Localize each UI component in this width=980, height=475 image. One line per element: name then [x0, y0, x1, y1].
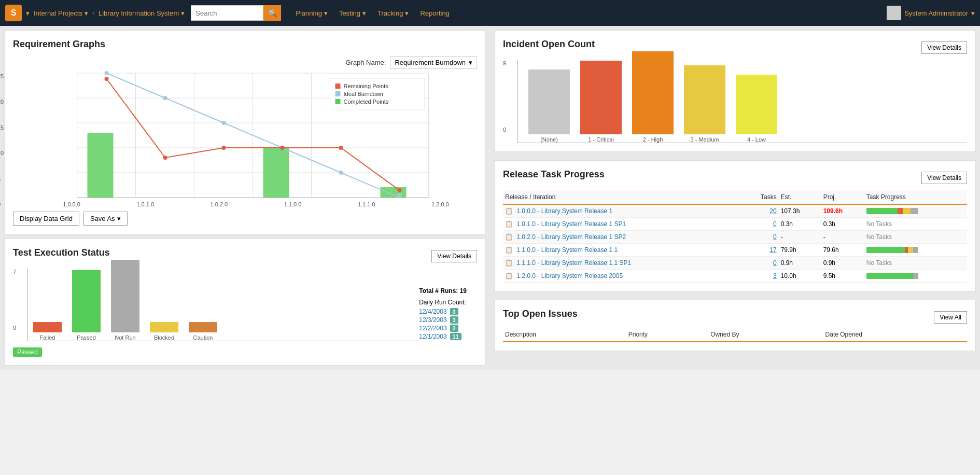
user-dropdown-arrow[interactable]: ▾ [971, 9, 975, 17]
tasks-link[interactable]: 0 [773, 233, 777, 241]
release-link[interactable]: 1.1.1.0 - Library System Release 1.1 SP1 [516, 259, 631, 267]
left-column: Requirement Graphs Graph Name: Requireme… [0, 26, 490, 370]
incident-view-details-btn[interactable]: View Details [921, 41, 967, 54]
release-name: 📋 1.1.0.0 - Library System Release 1.1 [503, 244, 742, 257]
col-release: Release / Iteration [503, 190, 742, 204]
release-icon: 📋 [505, 220, 513, 228]
svg-rect-29 [335, 83, 341, 89]
user-area: System Administrator ▾ [887, 6, 975, 20]
svg-point-26 [339, 146, 343, 150]
daily-count-12-4: 3 [450, 308, 458, 315]
test-view-details-btn[interactable]: View Details [431, 250, 477, 262]
test-execution-panel: Test Execution Status View Details 7 0 F… [4, 239, 486, 366]
y-labels: 25 20 15 10 5 0 [0, 73, 4, 207]
low-label: 4 - Low [747, 136, 766, 143]
release-icon: 📋 [505, 272, 513, 280]
tasks-count: 20 [742, 204, 779, 218]
col-description: Description [503, 328, 626, 342]
table-row: 📋 1.1.0.0 - Library System Release 1.1 1… [503, 244, 967, 257]
caution-label: Caution [193, 334, 213, 341]
search-button[interactable]: 🔍 [263, 5, 281, 21]
test-execution-title: Test Execution Status [13, 247, 110, 258]
col-tasks: Tasks [742, 190, 779, 204]
tracking-menu[interactable]: Tracking ▾ [372, 6, 414, 20]
est-value: - [779, 231, 821, 244]
graph-name-chevron: ▾ [469, 59, 472, 66]
graph-name-dropdown[interactable]: Requirement Burndown ▾ [390, 56, 477, 69]
internal-projects-btn[interactable]: Internal Projects ▾ [34, 9, 88, 17]
tasks-count: 3 [742, 270, 779, 283]
release-link[interactable]: 1.0.1.0 - Library System Release 1 SP1 [516, 220, 626, 228]
col-priority: Priority [626, 328, 708, 342]
release-link[interactable]: 1.0.0.0 - Library System Release 1 [516, 207, 612, 215]
none-label: (None) [540, 136, 558, 143]
issues-view-all-btn[interactable]: View All [934, 311, 967, 324]
tasks-count: 0 [742, 257, 779, 270]
library-info-system-btn[interactable]: Library Information System ▾ [99, 9, 185, 17]
critical-bar [580, 61, 622, 134]
svg-point-20 [339, 171, 343, 175]
release-link[interactable]: 1.0.2.0 - Library System Release 1 SP2 [516, 233, 626, 241]
search-input[interactable] [191, 5, 263, 21]
critical-label: 1 - Critical [588, 136, 614, 143]
release-link[interactable]: 1.1.0.0 - Library System Release 1.1 [516, 246, 618, 254]
library-info-system-arrow: ▾ [181, 9, 185, 17]
tasks-link[interactable]: 20 [769, 207, 776, 215]
release-task-title: Release Task Progress [503, 169, 605, 180]
planning-menu[interactable]: Planning ▾ [290, 6, 333, 20]
testing-menu[interactable]: Testing ▾ [334, 6, 371, 20]
est-value: 0.9h [779, 257, 821, 270]
release-name: 📋 1.0.1.0 - Library System Release 1 SP1 [503, 218, 742, 231]
total-runs: Total # Runs: 19 [419, 287, 467, 295]
daily-count-12-1: 11 [450, 333, 461, 340]
issues-header: Top Open Issues View All [503, 309, 967, 326]
release-view-details-btn[interactable]: View Details [921, 172, 967, 184]
svg-rect-14 [263, 148, 289, 198]
issues-table: Description Priority Owned By Date Opene… [503, 328, 967, 342]
tasks-link[interactable]: 17 [769, 246, 776, 254]
svg-point-25 [281, 146, 285, 150]
tasks-link[interactable]: 3 [773, 272, 777, 280]
navbar: S ▾ Internal Projects ▾ › Library Inform… [0, 0, 980, 26]
est-value: 10.0h [779, 270, 821, 283]
reporting-menu[interactable]: Reporting [415, 6, 454, 20]
logo-dropdown-btn[interactable]: ▾ [26, 9, 30, 17]
daily-count-12-2: 2 [450, 325, 458, 332]
col-owned-by: Owned By [708, 328, 823, 342]
graph-name-row: Graph Name: Requirement Burndown ▾ [13, 56, 477, 69]
daily-count-12-3: 3 [450, 316, 458, 324]
passed-status-badge: Passed [13, 347, 42, 357]
no-tasks: No Tasks [864, 257, 967, 270]
daily-run-count-label: Daily Run Count: [419, 299, 467, 306]
app-logo[interactable]: S [5, 5, 22, 21]
high-label: 2 - High [643, 136, 663, 143]
failed-bar [33, 322, 62, 332]
caution-bar-group: Caution [189, 322, 217, 341]
critical-bar-group: 1 - Critical [580, 61, 622, 143]
svg-point-24 [222, 146, 226, 150]
caution-bar [189, 322, 217, 332]
release-table: Release / Iteration Tasks Est. Proj. Tas… [503, 190, 967, 283]
proj-value: 9.5h [821, 270, 864, 283]
tasks-link[interactable]: 0 [773, 220, 777, 228]
blocked-bar-group: Blocked [150, 322, 178, 341]
chart-buttons: Display Data Grid Save As ▾ [13, 212, 477, 226]
svg-point-23 [163, 156, 167, 160]
low-bar [736, 75, 777, 134]
release-link[interactable]: 1.2.0.0 - Library System Release 2005 [516, 272, 623, 280]
save-as-btn[interactable]: Save As ▾ [83, 212, 128, 226]
col-progress: Task Progress [864, 190, 967, 204]
progress-bar [864, 204, 967, 218]
requirement-graphs-panel: Requirement Graphs Graph Name: Requireme… [4, 30, 486, 234]
test-y-min: 0 [13, 325, 16, 331]
display-data-grid-btn[interactable]: Display Data Grid [13, 212, 79, 226]
tasks-link[interactable]: 0 [773, 259, 777, 267]
proj-value: - [821, 231, 864, 244]
release-table-header: Release / Iteration Tasks Est. Proj. Tas… [503, 190, 967, 204]
daily-run-12-3: 12/3/2003 3 [419, 316, 467, 324]
blocked-bar [150, 322, 178, 332]
medium-label: 3 - Medium [690, 136, 719, 143]
search-container: 🔍 [191, 5, 281, 21]
svg-point-16 [105, 71, 109, 75]
tasks-count: 17 [742, 244, 779, 257]
